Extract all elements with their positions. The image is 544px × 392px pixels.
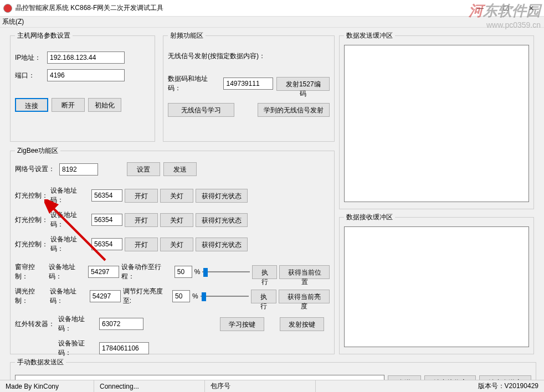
port-label: 端口： — [15, 71, 44, 80]
zigbee-net-label: 网络号设置： — [15, 164, 56, 174]
send-buffer-textarea[interactable] — [344, 45, 529, 202]
light2-label: 灯光控制： — [15, 215, 48, 225]
ir-verify-input[interactable] — [99, 342, 149, 354]
light1-addr-input[interactable] — [91, 189, 122, 202]
ir-send-button[interactable]: 发射按键 — [280, 317, 324, 331]
recv-buffer-textarea[interactable] — [344, 226, 529, 347]
connect-button[interactable]: 连接 — [15, 98, 48, 112]
light1-label: 灯光控制： — [15, 191, 48, 200]
light1-on-button[interactable]: 开灯 — [125, 189, 158, 203]
ip-label: IP地址： — [15, 53, 44, 63]
light3-state-button[interactable]: 获得灯光状态 — [196, 238, 248, 251]
disconnect-button[interactable]: 断开 — [52, 98, 85, 112]
group-rf: 射频功能区 无线信号发射(按指定数据内容)： 数据码和地址码： 发射1527编码… — [163, 31, 335, 142]
rf-learn-button[interactable]: 无线信号学习 — [168, 103, 234, 117]
dim-value-input[interactable] — [172, 290, 190, 302]
light3-addr-label: 设备地址码： — [50, 235, 89, 254]
dim-exec-button[interactable]: 执行 — [251, 290, 276, 303]
rf-data-input[interactable] — [223, 78, 273, 90]
curtain-addr-input[interactable] — [88, 266, 119, 278]
statusbar: Made By KinCony Connecting... 包序号 版本号：V2… — [0, 380, 544, 392]
dim-percent: % — [192, 292, 198, 300]
group-host-network: 主机网络参数设置 IP地址： 端口： 连接 断开 初始化 — [10, 31, 155, 142]
status-version: 版本号：V20190429 — [473, 380, 544, 392]
light1-addr-label: 设备地址码： — [50, 186, 89, 205]
dim-slider[interactable] — [201, 291, 249, 301]
light3-off-button[interactable]: 关灯 — [160, 238, 193, 251]
menu-system[interactable]: 系统(Z) — [2, 17, 24, 27]
status-pkg: 包序号 — [205, 380, 316, 392]
legend-host: 主机网络参数设置 — [15, 31, 73, 40]
curtain-addr-label: 设备地址码： — [49, 262, 86, 281]
light3-addr-input[interactable] — [91, 238, 122, 250]
light2-off-button[interactable]: 关灯 — [160, 213, 193, 227]
curtain-label: 窗帘控制： — [15, 262, 47, 281]
curtain-exec-button[interactable]: 执行 — [252, 265, 277, 279]
zigbee-send-button[interactable]: 发送 — [163, 162, 197, 176]
group-send-buffer: 数据发送缓冲区 — [339, 31, 534, 209]
window-title: 晶控智能家居系统 KC868-F网关二次开发调试工具 — [16, 3, 163, 13]
light3-label: 灯光控制： — [15, 240, 48, 249]
light2-addr-label: 设备地址码： — [50, 210, 89, 229]
port-input[interactable] — [47, 69, 125, 81]
light2-addr-input[interactable] — [91, 214, 122, 226]
legend-manual: 手动数据发送区 — [15, 358, 66, 367]
light1-off-button[interactable]: 关灯 — [160, 189, 193, 203]
curtain-value-input[interactable] — [175, 266, 192, 278]
group-zigbee: ZigBee功能区 网络号设置： 设置 发送 灯光控制： 设备地址码： 开灯 关… — [10, 146, 335, 354]
titlebar: 晶控智能家居系统 KC868-F网关二次开发调试工具 — ☐ ✕ — [0, 0, 544, 17]
status-connection: Connecting... — [94, 380, 205, 392]
status-made-by: Made By KinCony — [0, 380, 94, 392]
init-button[interactable]: 初始化 — [88, 98, 121, 112]
legend-recvbuf: 数据接收缓冲区 — [344, 213, 395, 222]
dim-addr-input[interactable] — [90, 290, 121, 302]
ir-addr-label: 设备地址码： — [58, 314, 97, 333]
ir-learn-button[interactable]: 学习按键 — [220, 317, 264, 331]
ir-verify-label: 设备验证码： — [58, 339, 97, 358]
light2-on-button[interactable]: 开灯 — [125, 213, 158, 227]
watermark: 河东软件园 www.pc0359.cn — [469, 1, 541, 29]
curtain-slider[interactable] — [202, 267, 250, 277]
curtain-pos-button[interactable]: 获得当前位置 — [279, 265, 330, 279]
light2-state-button[interactable]: 获得灯光状态 — [196, 213, 248, 227]
dim-action-label: 调节灯光亮度至: — [123, 287, 170, 306]
rf-note: 无线信号发射(按指定数据内容)： — [168, 51, 265, 61]
zigbee-set-button[interactable]: 设置 — [127, 162, 160, 176]
ip-input[interactable] — [47, 51, 125, 64]
rf-send-1527-button[interactable]: 发射1527编码 — [276, 77, 330, 91]
curtain-percent: % — [194, 268, 201, 276]
rf-data-label: 数据码和地址码： — [168, 74, 220, 93]
dim-state-button[interactable]: 获得当前亮度 — [279, 290, 330, 303]
legend-sendbuf: 数据发送缓冲区 — [344, 31, 395, 40]
legend-zigbee: ZigBee功能区 — [15, 146, 60, 156]
dim-addr-label: 设备地址码： — [50, 287, 88, 306]
legend-rf: 射频功能区 — [168, 31, 206, 40]
menubar: 系统(Z) — [0, 17, 544, 28]
ir-label: 红外转发器： — [15, 319, 56, 329]
group-recv-buffer: 数据接收缓冲区 — [339, 213, 534, 354]
zigbee-net-input[interactable] — [59, 163, 98, 176]
app-icon — [3, 4, 12, 13]
light3-on-button[interactable]: 开灯 — [125, 238, 158, 251]
ir-addr-input[interactable] — [99, 318, 143, 330]
dim-label: 调光控制： — [15, 287, 48, 306]
light1-state-button[interactable]: 获得灯光状态 — [196, 189, 248, 203]
curtain-action-label: 设备动作至行程： — [121, 262, 172, 281]
rf-learned-send-button[interactable]: 学到的无线信号发射 — [258, 103, 330, 117]
